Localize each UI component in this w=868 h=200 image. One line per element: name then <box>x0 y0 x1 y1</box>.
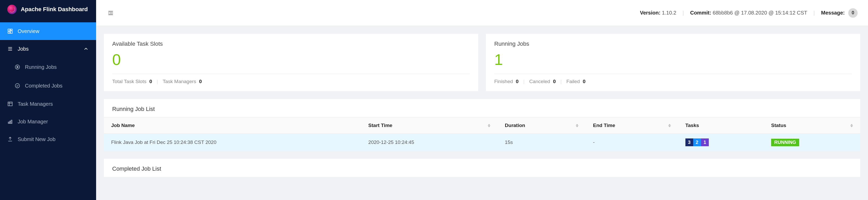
sidebar-item-label: Running Jobs <box>25 64 57 70</box>
table-header-row: Job Name Start Time Duration End Time Ta… <box>104 118 860 134</box>
svg-rect-1 <box>10 29 12 30</box>
commit-block: Commit: 68bb8b6 @ 17.08.2020 @ 15:14:12 … <box>690 10 807 16</box>
stat-label: Failed <box>566 79 580 84</box>
task-badge: 1 <box>701 138 709 146</box>
stat-value: 0 <box>516 79 519 84</box>
sidebar-item-label: Job Manager <box>18 119 48 125</box>
version-label: Version: <box>640 10 660 15</box>
stat-label: Canceled <box>529 79 550 84</box>
cell-start-time: 2020-12-25 10:24:45 <box>361 134 498 151</box>
svg-marker-21 <box>488 124 490 126</box>
sort-icon <box>668 124 671 127</box>
available-task-slots-value: 0 <box>112 52 470 68</box>
commit-label: Commit: <box>690 10 711 15</box>
sidebar-item-label: Jobs <box>18 46 29 52</box>
divider: | <box>523 79 525 85</box>
stat-label: Finished <box>494 79 513 84</box>
sidebar-item-jobs[interactable]: Jobs <box>0 40 96 58</box>
build-icon <box>7 119 13 125</box>
svg-marker-28 <box>850 126 853 127</box>
sidebar-item-job-manager[interactable]: Job Manager <box>0 113 96 130</box>
sidebar-item-completed-jobs[interactable]: Completed Jobs <box>0 76 96 95</box>
check-circle-icon <box>14 83 20 89</box>
commit-value: 68bb8b6 @ 17.08.2020 @ 15:14:12 CST <box>713 10 807 15</box>
svg-marker-22 <box>488 126 490 127</box>
available-task-slots-card: Available Task Slots 0 Total Task Slots … <box>104 34 478 91</box>
running-job-table: Job Name Start Time Duration End Time Ta… <box>104 117 860 151</box>
schedule-icon <box>7 101 13 107</box>
message-count-badge[interactable]: 0 <box>848 8 858 18</box>
stat-value: 0 <box>199 79 202 84</box>
col-status[interactable]: Status <box>764 118 860 134</box>
sidebar-item-label: Task Managers <box>18 101 53 107</box>
sidebar-item-submit-new-job[interactable]: Submit New Job <box>0 130 96 148</box>
task-badge: 3 <box>685 138 693 146</box>
col-label: Job Name <box>111 123 135 128</box>
divider <box>494 74 852 74</box>
col-duration[interactable]: Duration <box>498 118 586 134</box>
message-label: Message: <box>821 10 845 15</box>
sidebar-item-label: Submit New Job <box>18 136 56 142</box>
svg-marker-26 <box>668 126 671 127</box>
svg-rect-0 <box>8 29 10 31</box>
divider <box>112 74 470 74</box>
sort-icon <box>488 124 490 127</box>
svg-point-9 <box>15 84 20 88</box>
col-start-time[interactable]: Start Time <box>361 118 498 134</box>
stat-value: 0 <box>583 79 586 84</box>
cell-status: RUNNING <box>764 134 860 151</box>
sidebar-item-overview[interactable]: Overview <box>0 22 96 40</box>
stats-row: Total Task Slots 0 | Task Managers 0 <box>112 79 470 85</box>
summary-cards: Available Task Slots 0 Total Task Slots … <box>104 34 860 91</box>
col-label: Duration <box>505 123 525 128</box>
total-task-slots: Total Task Slots 0 <box>112 79 152 85</box>
svg-rect-15 <box>11 120 12 124</box>
col-tasks[interactable]: Tasks <box>678 118 764 134</box>
svg-marker-8 <box>17 66 19 68</box>
sort-icon <box>576 124 579 127</box>
divider: | <box>157 79 158 85</box>
stat-label: Total Task Slots <box>112 79 147 84</box>
flink-logo-icon <box>7 5 17 14</box>
divider: | <box>683 10 684 16</box>
topbar: Version: 1.10.2 | Commit: 68bb8b6 @ 17.0… <box>96 0 868 26</box>
svg-marker-25 <box>668 124 671 126</box>
card-title: Running Jobs <box>494 40 852 47</box>
col-label: Tasks <box>685 123 699 128</box>
sidebar-item-task-managers[interactable]: Task Managers <box>0 95 96 113</box>
sidebar-item-running-jobs[interactable]: Running Jobs <box>0 58 96 76</box>
stat-label: Task Managers <box>163 79 196 84</box>
cell-end-time: - <box>586 134 678 151</box>
svg-rect-2 <box>10 31 12 33</box>
sidebar-item-label: Overview <box>18 28 39 34</box>
svg-rect-3 <box>8 32 10 33</box>
bars-icon <box>7 46 13 52</box>
sidebar-item-label: Completed Jobs <box>25 83 63 89</box>
stat-value: 0 <box>149 79 152 84</box>
cell-duration: 15s <box>498 134 586 151</box>
svg-marker-27 <box>850 124 853 126</box>
sidebar: Apache Flink Dashboard Overview Jobs <box>0 0 96 200</box>
chevron-up-icon <box>83 46 89 52</box>
status-tag: RUNNING <box>771 139 799 146</box>
divider: | <box>813 10 815 16</box>
task-badge: 2 <box>693 138 701 146</box>
running-jobs-card: Running Jobs 1 Finished 0 | Canceled 0 <box>486 34 860 91</box>
collapse-sidebar-button[interactable] <box>106 9 115 17</box>
col-end-time[interactable]: End Time <box>586 118 678 134</box>
table-row[interactable]: Flink Java Job at Fri Dec 25 10:24:38 CS… <box>104 134 860 151</box>
task-managers-stat: Task Managers 0 <box>163 79 202 85</box>
nav: Overview Jobs Running Jobs <box>0 19 96 148</box>
content: Available Task Slots 0 Total Task Slots … <box>96 26 868 193</box>
running-jobs-value: 1 <box>494 52 852 68</box>
panel-title: Running Job List <box>104 99 860 117</box>
stats-row: Finished 0 | Canceled 0 | Failed 0 <box>494 79 852 85</box>
svg-rect-10 <box>8 102 12 106</box>
cell-job-name: Flink Java Job at Fri Dec 25 10:24:38 CS… <box>104 134 361 151</box>
col-job-name[interactable]: Job Name <box>104 118 361 134</box>
svg-marker-24 <box>576 126 579 127</box>
svg-rect-14 <box>10 121 11 123</box>
brand-title: Apache Flink Dashboard <box>21 6 88 13</box>
play-circle-icon <box>14 64 20 70</box>
completed-job-list-panel: Completed Job List <box>104 159 860 177</box>
